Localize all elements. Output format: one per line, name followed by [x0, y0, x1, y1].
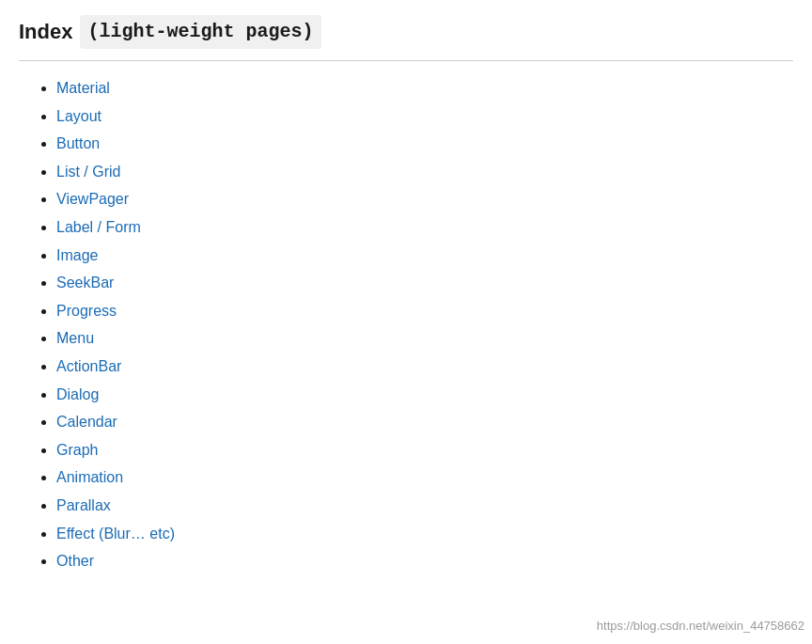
list-item: Image [56, 243, 793, 268]
nav-link-calendar[interactable]: Calendar [56, 414, 117, 430]
list-item: SeekBar [56, 271, 793, 295]
list-item: Graph [56, 438, 793, 463]
page-header: Index (light-weight pages) [19, 15, 793, 49]
nav-link-animation[interactable]: Animation [56, 469, 123, 485]
nav-link-effect--blur--etc-[interactable]: Effect (Blur… etc) [56, 526, 175, 542]
list-item: Layout [56, 104, 793, 129]
nav-link-dialog[interactable]: Dialog [56, 386, 99, 402]
nav-link-menu[interactable]: Menu [56, 330, 94, 346]
nav-link-layout[interactable]: Layout [56, 108, 102, 124]
nav-link-material[interactable]: Material [56, 80, 110, 96]
list-item: Menu [56, 326, 793, 351]
title-sub: (light-weight pages) [80, 15, 320, 49]
list-item: Other [56, 549, 793, 573]
nav-link-label---form[interactable]: Label / Form [56, 219, 141, 235]
header-divider [19, 60, 793, 61]
list-item: Animation [56, 465, 793, 490]
list-item: Progress [56, 299, 793, 323]
nav-link-list---grid[interactable]: List / Grid [56, 164, 120, 180]
list-item: Material [56, 76, 793, 101]
nav-link-viewpager[interactable]: ViewPager [56, 191, 129, 207]
nav-link-seekbar[interactable]: SeekBar [56, 275, 114, 291]
nav-link-actionbar[interactable]: ActionBar [56, 358, 121, 374]
list-item: ActionBar [56, 354, 793, 379]
nav-link-image[interactable]: Image [56, 247, 98, 263]
list-item: Label / Form [56, 215, 793, 240]
nav-link-graph[interactable]: Graph [56, 442, 98, 458]
list-item: Effect (Blur… etc) [56, 522, 793, 546]
list-item: Dialog [56, 383, 793, 407]
nav-link-button[interactable]: Button [56, 135, 100, 151]
watermark: https://blog.csdn.net/weixin_44758662 [597, 617, 804, 636]
nav-list: MaterialLayoutButtonList / GridViewPager… [19, 76, 793, 573]
list-item: List / Grid [56, 160, 793, 184]
list-item: Button [56, 132, 793, 156]
title-main: Index [19, 15, 72, 48]
list-item: Calendar [56, 410, 793, 434]
list-item: Parallax [56, 494, 793, 518]
nav-link-other[interactable]: Other [56, 553, 94, 569]
list-item: ViewPager [56, 187, 793, 212]
nav-link-progress[interactable]: Progress [56, 303, 117, 319]
nav-link-parallax[interactable]: Parallax [56, 497, 111, 513]
